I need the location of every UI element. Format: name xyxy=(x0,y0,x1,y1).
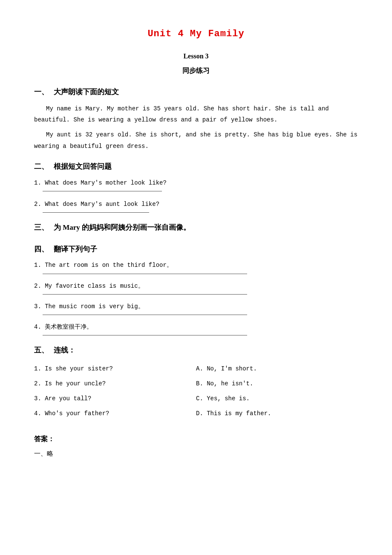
match-right-3: C. Yes, she is. xyxy=(196,391,358,406)
matching-table: 1. Is she your sister? A. No, I'm short.… xyxy=(34,361,358,422)
match-right-2: B. No, he isn't. xyxy=(196,376,358,391)
translate-item-2: 2. My favorite class is music。 xyxy=(34,281,358,292)
match-left-3: 3. Are you tall? xyxy=(34,391,196,406)
translate-line-1 xyxy=(43,274,247,274)
table-row: 3. Are you tall? C. Yes, she is. xyxy=(34,391,358,406)
passage-para2: My aunt is 32 years old. She is short, a… xyxy=(34,129,358,152)
translate-item-4: 4. 美术教室很干净。 xyxy=(34,322,358,332)
answer-line-1 xyxy=(43,191,162,191)
match-left-1: 1. Is she your sister? xyxy=(34,361,196,376)
translate-line-3 xyxy=(43,315,247,315)
passage-para1: My name is Mary. My mother is 35 years o… xyxy=(34,103,358,126)
answers-section: 答案： 一、略 xyxy=(34,433,358,460)
exercise-subtitle: 同步练习 xyxy=(34,65,358,77)
section3-title: 为 Mary 的妈妈和阿姨分别画一张自画像。 xyxy=(54,221,190,234)
question-2: 2. What does Mary's aunt look like? xyxy=(34,199,358,210)
question-2-block: 2. What does Mary's aunt look like? xyxy=(34,199,358,213)
section2-number: 二、 xyxy=(34,160,49,173)
translate-item-3: 3. The music room is very big。 xyxy=(34,301,358,312)
translate-line-2 xyxy=(43,294,247,295)
table-row: 2. Is he your uncle? B. No, he isn't. xyxy=(34,376,358,391)
question-1: 1. What does Mary's mother look like? xyxy=(34,178,358,188)
section1-header: 一、 大声朗读下面的短文 xyxy=(34,86,358,99)
table-row: 1. Is she your sister? A. No, I'm short. xyxy=(34,361,358,376)
question-1-block: 1. What does Mary's mother look like? xyxy=(34,178,358,191)
section4-number: 四、 xyxy=(34,243,49,256)
translate-1-block: 1. The art room is on the third floor。 xyxy=(34,260,358,274)
section2-title: 根据短文回答问题 xyxy=(54,160,112,173)
translate-2-block: 2. My favorite class is music。 xyxy=(34,281,358,295)
lesson-subtitle: Lesson 3 xyxy=(34,50,358,63)
translate-4-block: 4. 美术教室很干净。 xyxy=(34,322,358,335)
section4-header: 四、 翻译下列句子 xyxy=(34,243,358,256)
translate-line-4 xyxy=(43,335,247,335)
translate-item-1: 1. The art room is on the third floor。 xyxy=(34,260,358,271)
section3-number: 三、 xyxy=(34,221,49,234)
answer-line-2 xyxy=(43,212,149,213)
section1-number: 一、 xyxy=(34,86,49,99)
table-row: 4. Who's your father? D. This is my fath… xyxy=(34,406,358,421)
match-left-4: 4. Who's your father? xyxy=(34,406,196,421)
answers-title: 答案： xyxy=(34,433,358,445)
translate-3-block: 3. The music room is very big。 xyxy=(34,301,358,315)
match-right-4: D. This is my father. xyxy=(196,406,358,421)
answer-item-1: 一、略 xyxy=(34,448,358,460)
page-title: Unit 4 My Family xyxy=(34,26,358,43)
section2-header: 二、 根据短文回答问题 xyxy=(34,160,358,173)
match-left-2: 2. Is he your uncle? xyxy=(34,376,196,391)
section1-title: 大声朗读下面的短文 xyxy=(54,86,119,99)
section5-number: 五、 xyxy=(34,344,49,357)
section5-header: 五、 连线： xyxy=(34,344,358,357)
section4-title: 翻译下列句子 xyxy=(54,243,97,256)
section5-title: 连线： xyxy=(54,344,75,357)
section3-header: 三、 为 Mary 的妈妈和阿姨分别画一张自画像。 xyxy=(34,221,358,234)
match-right-1: A. No, I'm short. xyxy=(196,361,358,376)
